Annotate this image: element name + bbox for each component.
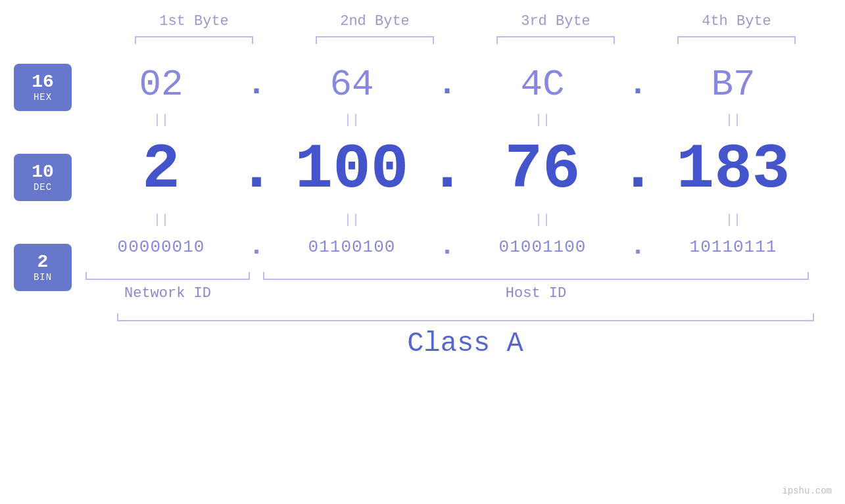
bin-badge: 2 BIN [14,244,72,291]
network-bracket [85,272,250,280]
host-bracket [263,272,809,280]
hex-b4: B7 [711,64,755,106]
bin-number: 2 [37,252,49,273]
bin-dot1: . [240,234,273,260]
hex-number: 16 [32,72,54,93]
top-bracket-1 [122,36,266,44]
main-container: 1st Byte 2nd Byte 3rd Byte 4th Byte 16 H… [0,0,845,504]
bin-b1: 00000010 [118,237,205,257]
dec-b4: 183 [677,134,790,206]
dec-label: DEC [34,182,52,193]
host-id-label: Host ID [263,285,809,302]
dec-b2-cell: 100 [279,134,424,206]
bin-b2: 01100100 [308,237,396,257]
equals-row-2: || || || || [85,212,809,227]
bin-b1-cell: 00000010 [89,237,233,257]
dec-row: 2 . 100 . 76 . 183 [85,134,809,206]
bin-b3: 01001100 [499,237,587,257]
bin-dot3: . [621,234,654,260]
eq3b: || [470,212,615,227]
byte-headers: 1st Byte 2nd Byte 3rd Byte 4th Byte [104,13,827,30]
bin-b2-cell: 01100100 [279,237,424,257]
eq4: || [661,112,806,127]
dec-dot3: . [621,139,654,202]
hex-b2-cell: 64 [279,64,424,106]
hex-dot1: . [240,68,273,101]
eq1b: || [89,212,233,227]
byte1-header: 1st Byte [122,13,266,30]
top-bracket-2 [302,36,447,44]
byte4-header: 4th Byte [664,13,809,30]
hex-dot2: . [431,68,464,101]
eq1: || [89,112,233,127]
bin-b3-cell: 01001100 [470,237,615,257]
hex-b1: 02 [139,64,183,106]
content-area: 16 HEX 10 DEC 2 BIN 02 . 64 [0,64,845,302]
hex-b3-cell: 4C [470,64,615,106]
dec-b2: 100 [295,134,409,206]
dec-dot1: . [240,139,273,202]
dec-b3: 76 [504,134,580,206]
hex-dot3: . [621,68,654,101]
side-labels: 16 HEX 10 DEC 2 BIN [0,64,85,291]
hex-badge: 16 HEX [14,64,72,111]
hex-b3: 4C [520,64,564,106]
dec-b1: 2 [142,134,180,206]
dec-badge: 10 DEC [14,154,72,201]
equals-row-1: || || || || [85,112,809,127]
bin-b4-cell: 10110111 [661,237,806,257]
dec-b3-cell: 76 [470,134,615,206]
network-id-label: Network ID [85,285,250,302]
hex-b1-cell: 02 [89,64,233,106]
top-bracket-3 [483,36,628,44]
rows-container: 02 . 64 . 4C . B7 || || [85,64,845,302]
byte2-header: 2nd Byte [302,13,447,30]
class-label: Class A [407,328,523,359]
dec-b4-cell: 183 [661,134,806,206]
class-section: Class A [117,313,814,359]
watermark: ipshu.com [782,486,832,496]
bin-label: BIN [34,272,52,283]
class-outer-bracket [117,313,814,321]
dec-dot2: . [431,139,464,202]
bottom-brackets [85,272,809,280]
bin-dot2: . [431,234,464,260]
hex-label: HEX [34,92,52,103]
eq2: || [279,112,424,127]
bottom-labels: Network ID Host ID [85,285,809,302]
eq2b: || [279,212,424,227]
hex-b4-cell: B7 [661,64,806,106]
eq4b: || [661,212,806,227]
bin-b4: 10110111 [690,237,777,257]
dec-b1-cell: 2 [89,134,233,206]
top-bracket-4 [664,36,809,44]
bin-row: 00000010 . 01100100 . 01001100 . 1011011… [85,234,809,260]
eq3: || [470,112,615,127]
hex-b2: 64 [329,64,374,106]
top-brackets [104,36,827,44]
dec-number: 10 [32,162,54,183]
byte3-header: 3rd Byte [483,13,628,30]
hex-row: 02 . 64 . 4C . B7 [85,64,809,106]
